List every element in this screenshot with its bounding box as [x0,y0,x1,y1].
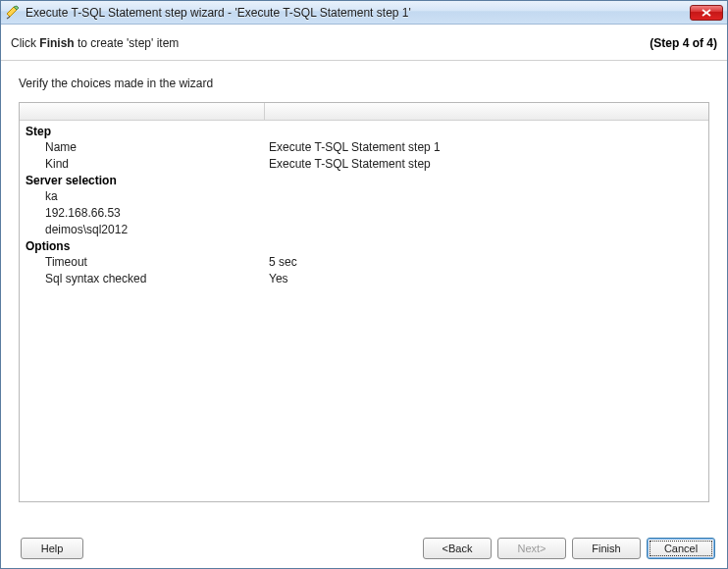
kind-value: Execute T-SQL Statement step [265,156,708,173]
finish-button[interactable]: Finish [572,538,641,559]
timeout-label: Timeout [20,254,265,271]
server2: 192.168.66.53 [20,205,265,222]
next-button: Next> [497,538,566,559]
section-step: Step [20,124,708,139]
section-options: Options [20,238,708,254]
back-button[interactable]: <Back [423,538,492,559]
svg-line-2 [7,17,10,19]
name-label: Name [20,139,265,156]
instruction-prefix: Click [11,36,39,50]
summary-row-kind: Kind Execute T-SQL Statement step [20,156,708,173]
close-button[interactable] [690,5,723,21]
server1: ka [20,188,265,205]
instruction-suffix: to create 'step' item [75,36,180,50]
summary-row-server2: 192.168.66.53 [20,205,708,222]
title-bar: Execute T-SQL Statement step wizard - 'E… [1,1,727,25]
instruction-bold: Finish [39,36,74,50]
instruction-text: Click Finish to create 'step' item [11,36,179,50]
name-value: Execute T-SQL Statement step 1 [265,139,708,156]
summary-row-server3: deimos\sql2012 [20,222,708,238]
summary-col1 [20,103,265,120]
summary-col2 [265,103,708,120]
cancel-button[interactable]: Cancel [647,538,715,559]
section-server: Server selection [20,173,708,188]
summary-row-syntax: Sql syntax checked Yes [20,271,708,287]
summary-column-header [20,103,708,121]
wizard-header: Click Finish to create 'step' item (Step… [1,25,727,61]
server3: deimos\sql2012 [20,222,265,238]
summary-row-timeout: Timeout 5 sec [20,254,708,271]
syntax-label: Sql syntax checked [20,271,265,287]
step-progress: (Step 4 of 4) [650,36,717,50]
sub-instruction: Verify the choices made in the wizard [1,61,727,94]
app-icon [5,5,21,21]
syntax-value: Yes [265,271,708,287]
help-button[interactable]: Help [21,538,83,559]
timeout-value: 5 sec [265,254,708,271]
kind-label: Kind [20,156,265,173]
window-title: Execute T-SQL Statement step wizard - 'E… [26,6,690,20]
wizard-footer: Help <Back Next> Finish Cancel [1,529,727,568]
summary-row-name: Name Execute T-SQL Statement step 1 [20,139,708,156]
summary-body: Step Name Execute T-SQL Statement step 1… [20,121,708,287]
summary-panel: Step Name Execute T-SQL Statement step 1… [19,102,709,502]
summary-row-server1: ka [20,188,708,205]
